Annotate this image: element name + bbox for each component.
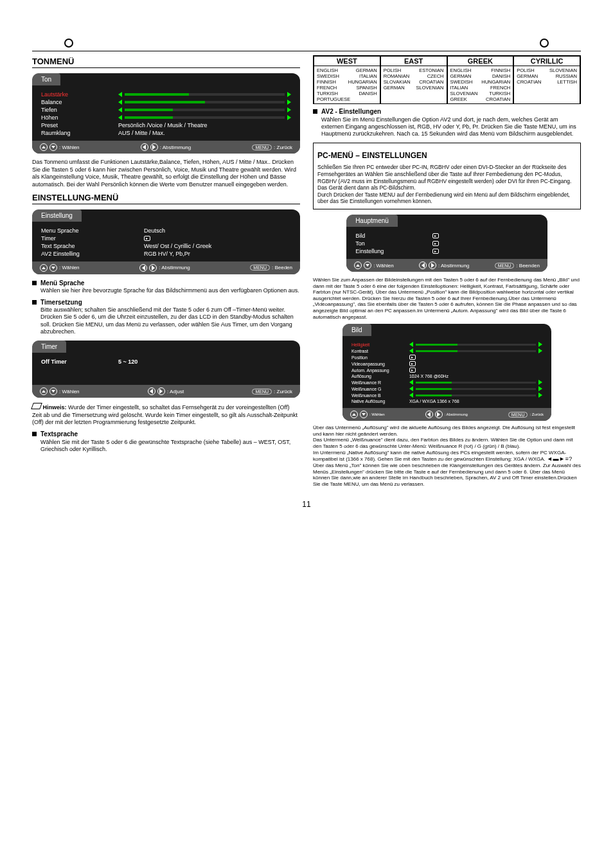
lang-row: SLOVENIANTURKISH — [450, 91, 511, 96]
lang-row: CROATIANLETTISH — [517, 79, 577, 85]
ton-body: Das Tonmenü umfasst die Funktionen Lauts… — [32, 159, 300, 189]
bild-body2: Das Untermenü „Weißnuance" dient dazu, d… — [313, 437, 581, 449]
einstellung-heading: EINSTELLUNG-MENÜ — [32, 193, 300, 204]
osd-select-hint: : Wählen — [40, 387, 80, 395]
timer-body1: Bitte auswählen; schalten Sie anschließe… — [40, 306, 300, 335]
lang-head-east: EAST — [380, 56, 447, 66]
nav-icons: ◄ ▬ ► ≡ ? — [547, 456, 571, 463]
timer-osd: Timer Off Timer5 ~ 120 : Wählen : Adjust… — [32, 341, 300, 398]
einst-sprache-label: Menu Sprache — [41, 227, 144, 234]
submenu-icon — [409, 368, 416, 373]
pc-p2: Durch Drücken der Taste MENU auf der Fer… — [317, 191, 576, 205]
einst-text-value: West/ Ost / Cyrillic / Greek — [144, 243, 211, 249]
sprache-heading: Menü Sprache — [40, 279, 299, 288]
einst-text-label: Text Sprache — [41, 243, 144, 249]
bild-aufl-val: 1024 X 768 @60Hz — [409, 374, 449, 378]
submenu-icon — [432, 249, 439, 254]
bild-native-val: XGA / WXGA 1366 x 768 — [409, 399, 459, 403]
bild-body3: Im Untermenü „Native Auflösung" kann die… — [313, 450, 581, 463]
lang-row: TURKISHDANISH — [317, 91, 377, 96]
osd-select-hint: : Wählen — [40, 143, 80, 151]
offtimer-label: Off Timer — [41, 359, 118, 365]
lang-row: ITALIANFRENCH — [450, 85, 511, 91]
binding-circle-left — [64, 39, 73, 48]
hm-ton: Ton — [355, 240, 432, 247]
offtimer-value: 5 ~ 120 — [118, 359, 138, 365]
ton-menu-heading: TONMENÜ — [32, 57, 300, 68]
ton-raumklang-value: AUS / Mitte / Max. — [118, 130, 165, 136]
bild-osd-title: Bild — [342, 324, 371, 336]
timer-osd-title: Timer — [32, 341, 66, 353]
lang-row: ROMANIANCZECH — [384, 73, 444, 79]
textsprache-body: Wählen Sie mit der Taste 5 oder 6 die ge… — [40, 439, 300, 454]
hm-einst: Einstellung — [355, 248, 432, 254]
bild-video: Videoanpassung — [351, 362, 409, 366]
hauptmenu-osd-title: Hauptmenü — [346, 215, 398, 227]
bild-position: Position — [351, 355, 409, 360]
av2-body: Wählen Sie im Menü Einstellungen die Opt… — [321, 116, 581, 138]
up-icon — [40, 143, 48, 151]
bild-osd: Bild Helligkeit Kontrast Position Videoa… — [342, 324, 551, 421]
lang-col: ENGLISHGERMANSWEDISHITALIANFINNISHHUNGAR… — [314, 66, 380, 103]
lang-row: FINNISHHUNGARIAN — [317, 79, 377, 85]
lang-row: SWEDISHHUNGARIAN — [450, 79, 511, 85]
lang-row: POLISHESTONIAN — [384, 67, 444, 73]
lang-row: GERMANDANISH — [450, 73, 511, 79]
slider-icon — [118, 107, 291, 112]
left-icon — [141, 143, 148, 151]
lang-row: ENGLISHFINNISH — [450, 67, 511, 73]
lang-col: POLISHSLOVENIANGERMANRUSSIANCROATIANLETT… — [513, 66, 580, 103]
lang-row: PORTUGUESE — [317, 96, 377, 102]
bild-wn-g: Weißnuance G — [351, 387, 409, 391]
lang-row: GERMANSLOVENIAN — [384, 85, 444, 91]
ton-tiefen-label: Tiefen — [41, 107, 118, 113]
submenu-icon — [144, 236, 150, 241]
bild-wn-b: Weißnuance B — [351, 393, 409, 398]
down-icon — [49, 143, 57, 151]
osd-adjust-hint: : Adjust — [148, 387, 184, 395]
lang-row: GREEKCROATIAN — [450, 96, 511, 102]
bild-native: Native Auflösung — [351, 399, 409, 403]
ton-lautstarke-label: Lautstärke — [41, 91, 118, 98]
page-number: 11 — [32, 500, 581, 509]
einstellung-osd: Einstellung Menu SpracheDeutsch Timer Te… — [32, 209, 300, 274]
binding-circle-right — [540, 39, 549, 48]
einst-timer-label: Timer — [41, 235, 144, 242]
textsprache-heading: Textsprache — [40, 430, 300, 439]
hauptmenu-osd: Hauptmenü Bild Ton Einstellung : Wählen … — [346, 215, 547, 272]
bullet-icon — [32, 281, 37, 285]
bild-kontrast: Kontrast — [351, 349, 409, 353]
language-table: WEST EAST GREEK CYRILLIC ENGLISHGERMANSW… — [313, 55, 581, 104]
bild-helligkeit: Helligkeit — [351, 342, 409, 347]
ton-raumklang-label: Raumklang — [41, 130, 118, 136]
slider-icon — [118, 115, 291, 120]
lang-head-greek: GREEK — [447, 56, 514, 66]
osd-exit-hint: MENU: Beeden — [250, 264, 292, 272]
bullet-icon — [32, 300, 37, 305]
bild-aufl: Auflösung — [351, 374, 409, 378]
ton-hohen-label: Höhen — [41, 114, 118, 121]
slider-icon — [118, 92, 291, 97]
lang-row: ENGLISHGERMAN — [317, 67, 377, 73]
lang-col: ENGLISHFINNISHGERMANDANISHSWEDISHHUNGARI… — [447, 66, 514, 103]
lang-head-west: WEST — [314, 56, 380, 66]
osd-adjust-hint: : Abstimmung — [141, 143, 191, 151]
lang-row: GERMANRUSSIAN — [517, 73, 577, 79]
bullet-icon — [32, 432, 37, 436]
hauptmenu-body: Wählen Sie zum Anpassen der Bildeinstell… — [313, 277, 581, 320]
submenu-icon — [432, 241, 439, 246]
lang-head-cyrillic: CYRILLIC — [513, 56, 580, 66]
timer-note: Hinweis: Wurde der Timer eingestellt, so… — [32, 403, 300, 427]
lang-row: POLISHSLOVENIAN — [517, 67, 577, 73]
pc-box: PC-MENÜ – EINSTELLUNGEN Schließen Sie Ih… — [313, 143, 581, 209]
lang-row: SLOVAKIANCROATIAN — [384, 79, 444, 85]
osd-adjust-hint: : Abstimmung — [139, 264, 190, 272]
osd-back-hint: MENU: Zurück — [252, 143, 292, 151]
einst-sprache-value: Deutsch — [144, 227, 165, 234]
submenu-icon — [409, 361, 416, 366]
lang-row: FRENCHSPANISH — [317, 85, 377, 91]
ton-preset-label: Preset — [41, 122, 118, 128]
note-icon — [31, 403, 42, 409]
einstellung-osd-title: Einstellung — [32, 209, 82, 222]
bullet-icon — [313, 109, 317, 114]
